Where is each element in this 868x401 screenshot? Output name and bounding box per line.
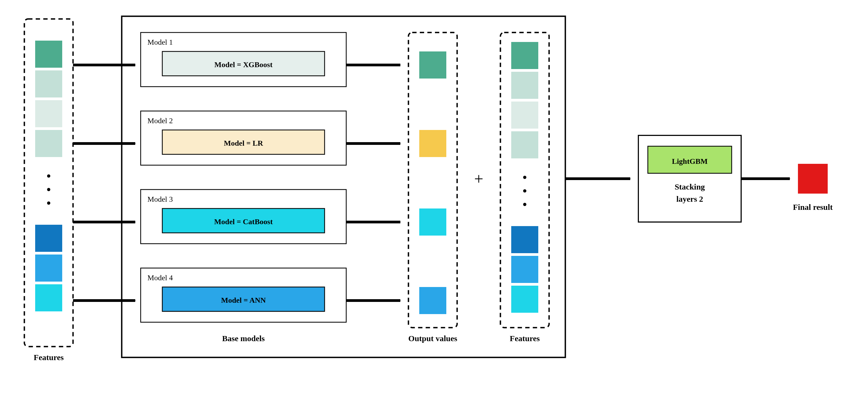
stacking-label-2: layers 2 xyxy=(676,194,703,203)
svg-point-7 xyxy=(47,201,50,205)
svg-rect-10 xyxy=(35,284,62,311)
svg-rect-40 xyxy=(511,286,538,313)
stacking-diagram: Features Model 1 Model = XGBoost xyxy=(0,0,868,401)
svg-rect-27 xyxy=(419,52,446,79)
model-card-1: Model 1 Model = XGBoost xyxy=(141,32,346,87)
svg-point-37 xyxy=(523,203,526,206)
stacking-box: LightGBM Stacking layers 2 xyxy=(638,135,741,222)
model2-title: Model 2 xyxy=(147,116,173,125)
svg-rect-39 xyxy=(511,256,538,283)
features-right-label: Features xyxy=(509,334,539,343)
base-models: Model 1 Model = XGBoost Model 2 Model = … xyxy=(141,32,346,322)
model4-title: Model 4 xyxy=(147,274,173,282)
svg-rect-2 xyxy=(35,70,62,97)
svg-rect-31 xyxy=(511,42,538,69)
arrows-models-to-output xyxy=(346,65,400,300)
svg-rect-38 xyxy=(511,226,538,253)
base-models-label: Base models xyxy=(222,334,265,343)
model1-text: Model = XGBoost xyxy=(214,60,273,69)
stacking-model-name: LightGBM xyxy=(672,157,708,166)
model-card-3: Model 3 Model = CatBoost xyxy=(141,190,346,244)
svg-rect-32 xyxy=(511,72,538,99)
features-right-swatches xyxy=(511,42,538,313)
model1-title: Model 1 xyxy=(147,38,173,46)
svg-rect-9 xyxy=(35,255,62,282)
model4-text: Model = ANN xyxy=(221,296,266,304)
output-values-label: Output values xyxy=(408,334,457,343)
model2-text: Model = LR xyxy=(224,139,263,147)
features-left-swatches xyxy=(35,40,62,311)
svg-point-5 xyxy=(47,174,50,178)
final-result-swatch xyxy=(798,164,828,194)
model-card-4: Model 4 Model = ANN xyxy=(141,268,346,322)
svg-rect-33 xyxy=(511,102,538,128)
svg-rect-8 xyxy=(35,225,62,252)
model3-text: Model = CatBoost xyxy=(214,218,273,226)
model-card-2: Model 2 Model = LR xyxy=(141,111,346,165)
svg-point-6 xyxy=(47,188,50,191)
stacking-label-1: Stacking xyxy=(675,182,705,191)
svg-rect-28 xyxy=(419,130,446,157)
final-result-label: Final result xyxy=(793,203,833,211)
output-swatches xyxy=(419,52,446,314)
svg-rect-34 xyxy=(511,131,538,159)
svg-point-36 xyxy=(523,189,526,193)
svg-rect-1 xyxy=(35,40,62,68)
svg-rect-3 xyxy=(35,100,62,127)
svg-rect-30 xyxy=(419,287,446,314)
features-left-label: Features xyxy=(34,353,64,362)
arrows-features-to-models xyxy=(73,65,135,300)
svg-rect-4 xyxy=(35,130,62,157)
svg-rect-29 xyxy=(419,208,446,235)
plus-icon: + xyxy=(474,170,484,188)
model3-title: Model 3 xyxy=(147,195,173,203)
svg-point-35 xyxy=(523,176,526,179)
